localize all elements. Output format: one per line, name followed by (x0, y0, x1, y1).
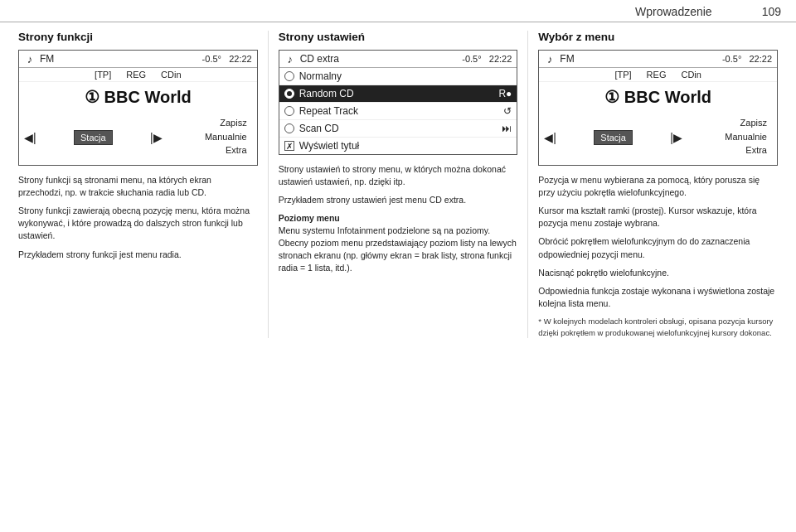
screen3-tag3: CDin (681, 70, 701, 80)
screen2-temptime: -0.5° 22:22 (462, 54, 512, 64)
screen1-temp: -0.5° (202, 54, 221, 64)
col3-title: Wybór z menu (538, 31, 778, 43)
menu-label-random: Random CD (299, 88, 494, 99)
col2-para3: Menu systemu Infotainment podzielone są … (279, 225, 518, 275)
screen2-time: 22:22 (489, 54, 512, 64)
col-funkcji: Strony funkcji ♪ FM -0.5° 22:22 [TP] REG… (8, 31, 269, 338)
screen1-tag1: [TP] (95, 70, 111, 80)
screen3-time: 22:22 (749, 54, 772, 64)
screen1-tag3: CDin (161, 70, 181, 80)
radio-normalny (284, 71, 294, 81)
repeat-icon: ↺ (503, 105, 512, 117)
col3-para5: Odpowiednia funkcja zostaje wykonana i w… (538, 285, 778, 310)
screen3-temp: -0.5° (722, 54, 741, 64)
screen3-opt-extra: Extra (725, 143, 767, 157)
col2-para1: Strony ustawień to strony menu, w któryc… (279, 163, 518, 188)
col2-title: Strony ustawień (279, 31, 518, 43)
col3-para2: Kursor ma kształt ramki (prostej). Kurso… (538, 205, 778, 230)
screen1-next-icon: |▶ (150, 131, 163, 144)
radio-inner-random (287, 91, 292, 96)
screen1-prev-icon: ◀| (24, 131, 36, 144)
page-header: Wprowadzenie 109 (0, 0, 796, 22)
screen1-temptime: -0.5° 22:22 (202, 54, 252, 64)
screen1-stacja-btn[interactable]: Stacja (74, 130, 113, 145)
screen3-opt-manualnie: Manualnie (725, 130, 767, 144)
screen3-station: ① BBC World (544, 87, 772, 107)
screen2-temp: -0.5° (462, 54, 481, 64)
col-ustawien: Strony ustawień ♪ CD extra -0.5° 22:22 N… (269, 31, 529, 338)
screen1-time: 22:22 (229, 54, 252, 64)
content-area: Strony funkcji ♪ FM -0.5° 22:22 [TP] REG… (0, 22, 796, 338)
menu-label-normalny: Normalny (299, 70, 512, 82)
col1-title: Strony funkcji (18, 31, 258, 43)
menu-item-scan[interactable]: Scan CD ⏭ (279, 120, 517, 138)
music-icon3: ♪ (544, 53, 556, 65)
music-icon: ♪ (24, 53, 36, 65)
page-number: 109 (762, 5, 781, 18)
screen-cd-extra: ♪ CD extra -0.5° 22:22 Normalny Random C… (279, 50, 518, 155)
chapter-title: Wprowadzenie (635, 5, 712, 18)
screen1-bottom: ◀| Stacja |▶ Zapisz Manualnie Extra (19, 112, 257, 165)
screen3-tags: [TP] REG CDin (539, 68, 777, 82)
col2-para2: Przykładem strony ustawień jest menu CD … (279, 194, 518, 206)
screen1-opt-zapisz: Zapisz (205, 116, 247, 130)
music-icon2: ♪ (284, 53, 296, 65)
screen2-source: CD extra (300, 53, 339, 65)
col1-para1: Strony funkcji są stronami menu, na któr… (18, 174, 258, 199)
screen3-main: ① BBC World (539, 82, 777, 112)
col3-note: * W kolejnych modelach kontroleri obsług… (538, 316, 778, 338)
screen1-tags: [TP] REG CDin (19, 68, 257, 82)
screen3-top-bar: ♪ FM -0.5° 22:22 (539, 51, 777, 68)
screen1-opt-manualnie: Manualnie (205, 130, 247, 144)
screen1-source: FM (40, 53, 54, 65)
col2-bold1: Poziomy menu (279, 213, 518, 223)
screen1-tag2: REG (126, 70, 146, 80)
screen1-options: Zapisz Manualnie Extra (200, 114, 252, 162)
screen1-opt-extra: Extra (205, 143, 247, 157)
screen-fm1: ♪ FM -0.5° 22:22 [TP] REG CDin ① BBC Wor… (18, 50, 258, 166)
screen-fm3: ♪ FM -0.5° 22:22 [TP] REG CDin ① BBC Wor… (538, 50, 778, 166)
screen3-source: FM (560, 53, 574, 65)
col3-para3: Obrócić pokrętłem wielofunkcyjnym do do … (538, 235, 778, 260)
menu-label-wyswietl: Wyświetl tytuł (299, 140, 512, 152)
screen1-station: ① BBC World (24, 87, 252, 107)
col1-para3: Przykładem strony funkcji jest menu radi… (18, 249, 258, 261)
scan-icon: ⏭ (502, 123, 512, 134)
screen3-options: Zapisz Manualnie Extra (720, 114, 772, 162)
menu-item-random[interactable]: Random CD R● (279, 85, 517, 103)
menu-label-repeat: Repeat Track (299, 105, 499, 117)
radio-random (284, 89, 294, 99)
checkbox-wyswietl: ✗ (284, 141, 294, 151)
screen3-tag1: [TP] (614, 70, 631, 80)
screen3-opt-zapisz: Zapisz (725, 116, 767, 130)
screen3-next-icon: |▶ (670, 131, 682, 144)
random-icon: R● (498, 88, 512, 99)
screen3-stacja-btn[interactable]: Stacja (594, 130, 633, 145)
screen1-main: ① BBC World (19, 82, 257, 112)
screen3-prev-icon: ◀| (544, 131, 556, 144)
screen2-top-bar: ♪ CD extra -0.5° 22:22 (279, 51, 517, 68)
col3-para1: Pozycja w menu wybierana za pomocą, któr… (538, 174, 778, 199)
col1-para2: Strony funkcji zawierają obecną pozycję … (18, 205, 258, 243)
menu-label-scan: Scan CD (299, 123, 498, 134)
radio-repeat (284, 106, 294, 116)
col-wybor: Wybór z menu ♪ FM -0.5° 22:22 [TP] REG C… (528, 31, 788, 338)
menu-item-repeat[interactable]: Repeat Track ↺ (279, 103, 517, 120)
col3-para4: Nacisnąć pokrętło wielofunkcyjne. (538, 267, 778, 279)
menu-item-normalny[interactable]: Normalny (279, 68, 517, 85)
screen3-temptime: -0.5° 22:22 (722, 54, 772, 64)
screen3-tag2: REG (647, 70, 667, 80)
menu-item-wyswietl[interactable]: ✗ Wyświetl tytuł (279, 138, 517, 154)
radio-scan (284, 123, 294, 133)
screen3-bottom: ◀| Stacja |▶ Zapisz Manualnie Extra (539, 112, 777, 165)
screen1-top-bar: ♪ FM -0.5° 22:22 (19, 51, 257, 68)
